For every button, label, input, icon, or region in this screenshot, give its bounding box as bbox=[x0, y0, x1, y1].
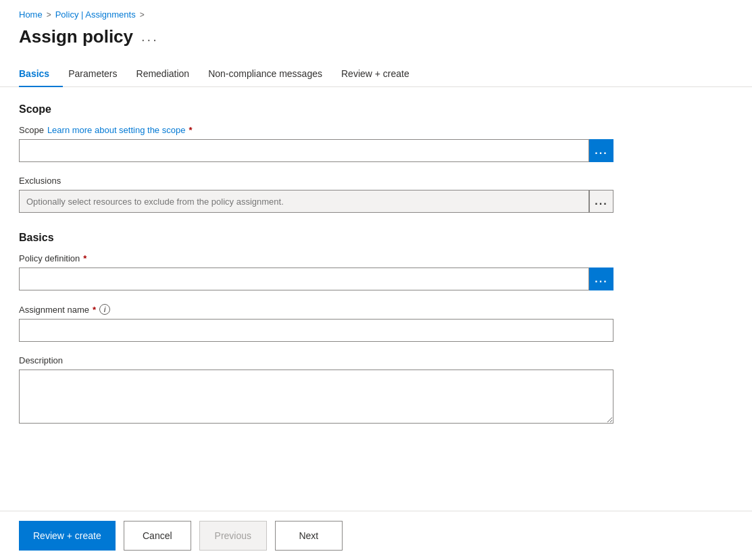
breadcrumb-policy-assignments[interactable]: Policy | Assignments bbox=[55, 9, 136, 20]
assignment-name-field-label: Assignment name * i bbox=[19, 304, 733, 315]
breadcrumb-home[interactable]: Home bbox=[19, 9, 43, 20]
previous-button: Previous bbox=[199, 521, 267, 551]
scope-field-label: Scope Learn more about setting the scope… bbox=[19, 125, 733, 135]
exclusions-label-text: Exclusions bbox=[19, 176, 61, 186]
main-content: Scope Scope Learn more about setting the… bbox=[0, 87, 752, 510]
scope-required-star: * bbox=[189, 125, 192, 135]
scope-input[interactable] bbox=[19, 139, 589, 162]
description-field-label: Description bbox=[19, 355, 733, 365]
page-title: Assign policy bbox=[19, 26, 133, 47]
assignment-name-info-icon: i bbox=[99, 304, 110, 315]
description-label-text: Description bbox=[19, 355, 63, 365]
breadcrumb-sep-1: > bbox=[47, 10, 51, 20]
exclusions-field-label: Exclusions bbox=[19, 176, 733, 186]
scope-label-text: Scope bbox=[19, 125, 44, 135]
scope-learn-more-link[interactable]: Learn more about setting the scope bbox=[47, 125, 186, 135]
scope-section-header: Scope bbox=[19, 103, 733, 116]
page-more-options-icon[interactable]: ... bbox=[141, 29, 159, 45]
exclusions-input[interactable] bbox=[19, 190, 589, 213]
cancel-button[interactable]: Cancel bbox=[124, 521, 191, 551]
policy-def-field-label: Policy definition * bbox=[19, 253, 733, 263]
breadcrumb: Home > Policy | Assignments > bbox=[0, 0, 752, 26]
review-create-button[interactable]: Review + create bbox=[19, 521, 116, 551]
policy-def-input-row: ... bbox=[19, 268, 613, 290]
assignment-name-input[interactable] bbox=[19, 319, 613, 342]
policy-def-browse-button[interactable]: ... bbox=[589, 268, 613, 290]
assignment-name-required-star: * bbox=[93, 305, 96, 315]
exclusions-input-row: ... bbox=[19, 190, 613, 213]
page-title-row: Assign policy ... bbox=[0, 26, 752, 61]
exclusions-browse-button[interactable]: ... bbox=[589, 190, 613, 213]
tab-parameters[interactable]: Parameters bbox=[68, 61, 130, 87]
tab-remediation[interactable]: Remediation bbox=[136, 61, 203, 87]
breadcrumb-sep-2: > bbox=[140, 10, 145, 20]
assignment-name-label-text: Assignment name bbox=[19, 305, 89, 315]
tab-review-create[interactable]: Review + create bbox=[341, 61, 423, 87]
scope-input-row: ... bbox=[19, 139, 613, 162]
tab-non-compliance[interactable]: Non-compliance messages bbox=[208, 61, 336, 87]
basics-section-header: Basics bbox=[19, 232, 733, 244]
basics-section: Basics Policy definition * ... Assignmen… bbox=[19, 232, 733, 424]
policy-definition-input[interactable] bbox=[19, 268, 589, 290]
bottom-action-bar: Review + create Cancel Previous Next bbox=[0, 511, 752, 560]
policy-def-required-star: * bbox=[83, 253, 86, 263]
scope-section: Scope Scope Learn more about setting the… bbox=[19, 103, 733, 213]
tab-basics[interactable]: Basics bbox=[19, 61, 63, 87]
next-button[interactable]: Next bbox=[275, 521, 343, 551]
scope-browse-button[interactable]: ... bbox=[589, 139, 613, 162]
tabs-nav: Basics Parameters Remediation Non-compli… bbox=[0, 61, 752, 87]
policy-def-label-text: Policy definition bbox=[19, 253, 80, 263]
description-textarea[interactable] bbox=[19, 370, 613, 424]
